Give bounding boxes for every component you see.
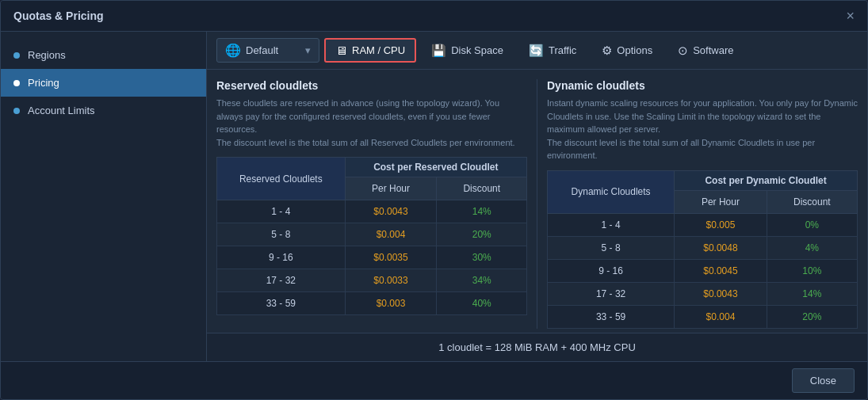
reserved-title: Reserved cloudlets (216, 79, 527, 92)
dynamic-col1-header: Dynamic Cloudlets (548, 170, 675, 213)
close-icon[interactable]: × (846, 9, 855, 23)
dynamic-row-1: 5 - 8 $0.0048 4% (548, 236, 858, 259)
dialog-header: Quotas & Pricing × (1, 1, 867, 32)
tab-ram-cpu-label: RAM / CPU (352, 44, 405, 56)
reserved-row-1: 5 - 8 $0.004 20% (217, 223, 527, 246)
dynamic-discount-2: 10% (767, 259, 857, 282)
dialog-footer: Close (1, 361, 867, 399)
reserved-range-0: 1 - 4 (217, 200, 346, 223)
reserved-discount-3: 34% (437, 269, 527, 292)
gear-icon: ⚙ (602, 44, 612, 58)
traffic-icon: 🔄 (529, 44, 544, 58)
dynamic-range-3: 17 - 32 (548, 282, 675, 305)
dynamic-range-4: 33 - 59 (548, 305, 675, 328)
reserved-row-3: 17 - 32 $0.0033 34% (217, 269, 527, 292)
sidebar-dot-pricing (13, 80, 20, 86)
tab-disk-space-label: Disk Space (451, 44, 503, 56)
reserved-price-2: $0.0035 (345, 246, 437, 269)
reserved-col3-header: Discount (437, 177, 527, 200)
dynamic-range-2: 9 - 16 (548, 259, 675, 282)
cpu-icon: 🖥 (335, 44, 347, 57)
dynamic-discount-3: 14% (767, 282, 857, 305)
quotas-pricing-dialog: Quotas & Pricing × Regions Pricing Accou… (0, 0, 868, 400)
sidebar-label-account-limits: Account Limits (28, 105, 95, 116)
globe-icon: 🌐 (225, 43, 241, 58)
region-dropdown[interactable]: 🌐 Default ▾ (216, 38, 319, 63)
dynamic-title: Dynamic cloudlets (547, 79, 858, 92)
close-dialog-button[interactable]: Close (792, 368, 855, 393)
dynamic-row-4: 33 - 59 $0.004 20% (548, 305, 858, 328)
tab-options-label: Options (617, 44, 652, 56)
dynamic-discount-4: 20% (767, 305, 857, 328)
sidebar-item-regions[interactable]: Regions (1, 41, 206, 69)
sidebar-item-pricing[interactable]: Pricing (1, 69, 206, 97)
reserved-row-2: 9 - 16 $0.0035 30% (217, 246, 527, 269)
tab-options[interactable]: ⚙ Options (591, 39, 663, 63)
tab-traffic-label: Traffic (549, 44, 576, 56)
tab-software[interactable]: ⊙ Software (667, 39, 744, 63)
reserved-discount-1: 20% (437, 223, 527, 246)
reserved-price-4: $0.003 (345, 292, 437, 315)
dynamic-discount-0: 0% (767, 213, 857, 236)
dynamic-price-4: $0.004 (675, 305, 767, 328)
reserved-col1-header: Reserved Cloudlets (217, 158, 346, 200)
sidebar-item-account-limits[interactable]: Account Limits (1, 97, 206, 124)
tab-software-label: Software (693, 44, 733, 56)
panel-divider (537, 79, 537, 329)
dialog-body: Regions Pricing Account Limits 🌐 Default… (1, 32, 867, 361)
dynamic-row-2: 9 - 16 $0.0045 10% (548, 259, 858, 282)
sidebar: Regions Pricing Account Limits (1, 32, 207, 361)
dynamic-row-0: 1 - 4 $0.005 0% (548, 213, 858, 236)
pricing-scroll-area[interactable]: Reserved cloudlets These cloudlets are r… (207, 70, 867, 333)
dynamic-panel: Dynamic cloudlets Instant dynamic scalin… (547, 79, 858, 329)
dynamic-range-1: 5 - 8 (548, 236, 675, 259)
dialog-title: Quotas & Pricing (13, 10, 104, 22)
dynamic-table: Dynamic Cloudlets Cost per Dynamic Cloud… (547, 170, 858, 329)
reserved-price-3: $0.0033 (345, 269, 437, 292)
dynamic-range-0: 1 - 4 (548, 213, 675, 236)
reserved-row-0: 1 - 4 $0.0043 14% (217, 200, 527, 223)
sidebar-dot-regions (13, 52, 20, 59)
pricing-panels: Reserved cloudlets These cloudlets are r… (207, 70, 867, 333)
reserved-desc: These cloudlets are reserved in advance … (216, 97, 527, 149)
tab-disk-space[interactable]: 💾 Disk Space (421, 39, 514, 63)
main-content: 🌐 Default ▾ 🖥 RAM / CPU 💾 Disk Space 🔄 T… (207, 32, 867, 361)
dynamic-discount-1: 4% (767, 236, 857, 259)
dynamic-price-0: $0.005 (675, 213, 767, 236)
panels-wrapper: Reserved cloudlets These cloudlets are r… (207, 70, 867, 333)
reserved-table: Reserved Cloudlets Cost per Reserved Clo… (216, 157, 527, 315)
region-label: Default (246, 44, 278, 56)
tab-ram-cpu[interactable]: 🖥 RAM / CPU (324, 38, 416, 63)
dynamic-col3-header: Discount (767, 190, 857, 213)
sidebar-label-regions: Regions (28, 49, 66, 61)
dynamic-row-3: 17 - 32 $0.0043 14% (548, 282, 858, 305)
reserved-discount-2: 30% (437, 246, 527, 269)
reserved-discount-4: 40% (437, 292, 527, 315)
reserved-col-group: Cost per Reserved Cloudlet (345, 158, 526, 177)
tab-traffic[interactable]: 🔄 Traffic (518, 39, 587, 63)
reserved-range-4: 33 - 59 (217, 292, 346, 315)
reserved-discount-0: 14% (437, 200, 527, 223)
dynamic-price-1: $0.0048 (675, 236, 767, 259)
reserved-range-2: 9 - 16 (217, 246, 346, 269)
dynamic-col2-header: Per Hour (675, 190, 767, 213)
software-icon: ⊙ (678, 44, 688, 58)
reserved-panel: Reserved cloudlets These cloudlets are r… (216, 79, 527, 329)
reserved-price-1: $0.004 (345, 223, 437, 246)
reserved-price-0: $0.0043 (345, 200, 437, 223)
reserved-col2-header: Per Hour (345, 177, 437, 200)
dynamic-col-group: Cost per Dynamic Cloudlet (675, 170, 858, 190)
sidebar-dot-account-limits (13, 108, 20, 114)
dynamic-desc: Instant dynamic scaling resources for yo… (547, 97, 858, 162)
reserved-range-1: 5 - 8 (217, 223, 346, 246)
disk-icon: 💾 (431, 44, 446, 58)
footer-note: 1 cloudlet = 128 MiB RAM + 400 MHz CPU (207, 333, 867, 361)
reserved-row-4: 33 - 59 $0.003 40% (217, 292, 527, 315)
reserved-range-3: 17 - 32 (217, 269, 346, 292)
sidebar-label-pricing: Pricing (28, 77, 59, 89)
chevron-down-icon: ▾ (305, 44, 311, 56)
tab-bar: 🌐 Default ▾ 🖥 RAM / CPU 💾 Disk Space 🔄 T… (207, 32, 867, 70)
dynamic-price-3: $0.0043 (675, 282, 767, 305)
dynamic-price-2: $0.0045 (675, 259, 767, 282)
